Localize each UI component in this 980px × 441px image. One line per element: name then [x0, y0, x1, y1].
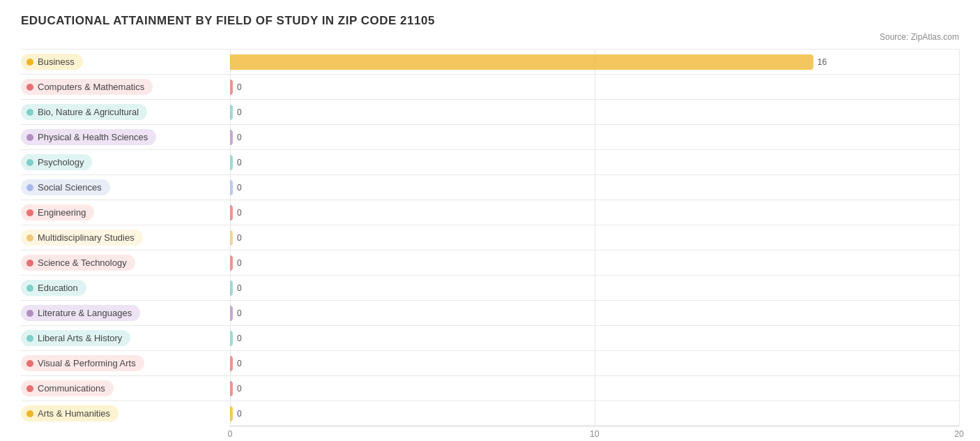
bar-value-label: 0 [237, 283, 242, 293]
bar-container: 0 [230, 355, 959, 372]
grid-line-20 [959, 49, 960, 426]
bar-fill [230, 180, 233, 195]
bar-fill [230, 255, 233, 271]
bar-container: 0 [230, 330, 959, 347]
source-label: Source: ZipAtlas.com [21, 32, 959, 42]
bar-container: 0 [230, 305, 959, 322]
label-area: Literature & Languages [21, 305, 230, 321]
x-tick: 10 [590, 429, 599, 439]
bar-row: Education0 [21, 275, 959, 300]
bar-container: 0 [230, 405, 959, 422]
bar-container: 0 [230, 179, 959, 196]
bar-container: 0 [230, 154, 959, 171]
bar-value-label: 0 [237, 133, 242, 142]
label-area: Business [21, 54, 230, 70]
label-pill: Social Sciences [21, 179, 110, 195]
label-pill: Liberal Arts & History [21, 330, 130, 346]
pill-dot [26, 159, 33, 166]
x-tick: 0 [228, 429, 233, 439]
x-axis: 01020 [230, 429, 959, 441]
bar-label: Arts & Humanities [38, 408, 110, 419]
bar-fill [230, 230, 233, 246]
label-area: Liberal Arts & History [21, 330, 230, 346]
label-area: Engineering [21, 204, 230, 221]
bar-row: Engineering0 [21, 200, 959, 225]
pill-dot [26, 209, 33, 216]
bar-label: Business [38, 57, 75, 67]
bar-fill [230, 205, 233, 221]
bar-container: 16 [230, 54, 959, 70]
bar-label: Psychology [38, 157, 84, 167]
bar-fill [230, 381, 233, 396]
bar-value-label: 0 [237, 308, 242, 318]
label-area: Multidisciplinary Studies [21, 230, 230, 246]
pill-dot [26, 310, 33, 317]
bar-row: Arts & Humanities0 [21, 401, 959, 426]
x-tick: 20 [954, 429, 963, 439]
label-area: Computers & Mathematics [21, 79, 230, 95]
label-pill: Engineering [21, 204, 94, 221]
label-area: Education [21, 280, 230, 296]
pill-dot [26, 385, 33, 392]
bar-value-label: 0 [237, 183, 242, 193]
bar-container: 0 [230, 129, 959, 146]
bar-row: Literature & Languages0 [21, 300, 959, 325]
pill-dot [26, 84, 33, 91]
pill-dot [26, 134, 33, 141]
bar-label: Engineering [38, 207, 86, 218]
bar-container: 0 [230, 380, 959, 397]
bar-container: 0 [230, 230, 959, 246]
bar-label: Multidisciplinary Studies [38, 232, 135, 243]
bar-row: Business16 [21, 49, 959, 74]
pill-dot [26, 335, 33, 342]
label-area: Psychology [21, 154, 230, 170]
bar-label: Literature & Languages [38, 308, 132, 318]
label-area: Visual & Performing Arts [21, 355, 230, 371]
bar-fill [230, 356, 233, 371]
bar-label: Physical & Health Sciences [38, 132, 148, 142]
label-pill: Physical & Health Sciences [21, 129, 156, 145]
bar-container: 0 [230, 255, 959, 271]
bar-value-label: 0 [237, 107, 242, 117]
bar-fill [230, 105, 233, 120]
bar-fill [230, 54, 813, 70]
bar-label: Social Sciences [38, 182, 102, 193]
bar-value-label: 0 [237, 233, 242, 243]
bar-label: Bio, Nature & Agricultural [38, 107, 139, 117]
pill-dot [26, 234, 33, 241]
bar-container: 0 [230, 280, 959, 297]
pill-dot [26, 285, 33, 292]
bar-value-label: 0 [237, 359, 242, 368]
label-area: Social Sciences [21, 179, 230, 195]
bars-container: Business16Computers & Mathematics0Bio, N… [21, 49, 959, 426]
bar-fill [230, 331, 233, 346]
bar-row: Psychology0 [21, 149, 959, 174]
label-pill: Computers & Mathematics [21, 79, 153, 95]
label-pill: Visual & Performing Arts [21, 355, 144, 371]
label-pill: Literature & Languages [21, 305, 140, 321]
bar-row: Physical & Health Sciences0 [21, 124, 959, 149]
label-area: Physical & Health Sciences [21, 129, 230, 145]
bar-row: Visual & Performing Arts0 [21, 350, 959, 375]
bar-row: Communications0 [21, 375, 959, 401]
pill-dot [26, 360, 33, 367]
label-area: Bio, Nature & Agricultural [21, 104, 230, 120]
bar-row: Social Sciences0 [21, 174, 959, 200]
bar-fill [230, 306, 233, 321]
bar-fill [230, 80, 233, 95]
label-area: Arts & Humanities [21, 405, 230, 421]
bar-row: Multidisciplinary Studies0 [21, 225, 959, 250]
bar-label: Science & Technology [38, 257, 127, 268]
x-axis-line [230, 426, 959, 426]
bar-value-label: 0 [237, 409, 242, 419]
bar-fill [230, 406, 233, 421]
bar-label: Communications [38, 383, 105, 394]
bar-container: 0 [230, 204, 959, 221]
bar-value-label: 0 [237, 208, 242, 218]
pill-dot [26, 109, 33, 116]
bar-row: Computers & Mathematics0 [21, 74, 959, 99]
label-pill: Science & Technology [21, 255, 135, 271]
pill-dot [26, 260, 33, 267]
bar-container: 0 [230, 79, 959, 96]
bar-label: Computers & Mathematics [38, 82, 144, 92]
